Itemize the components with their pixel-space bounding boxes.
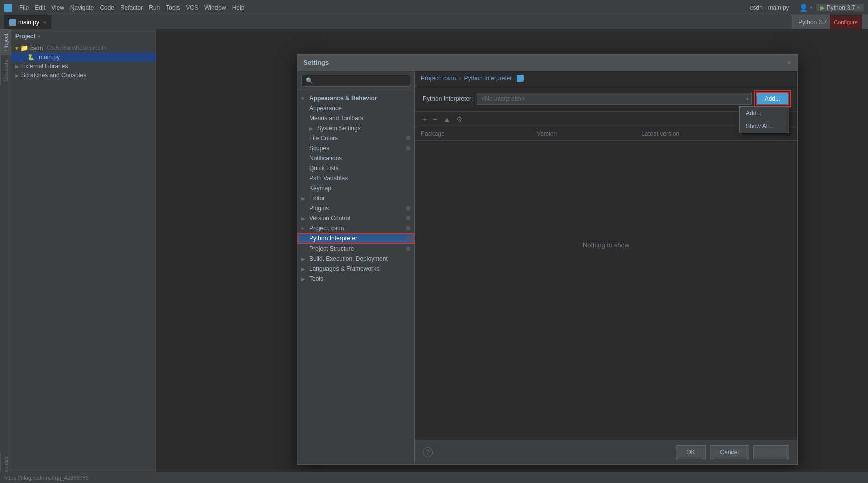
add-interpreter-button[interactable]: Add...	[756, 92, 789, 105]
breadcrumb-part1: Project: csdn	[421, 75, 456, 82]
sidebar-dropdown-icon[interactable]: ▾	[38, 34, 40, 39]
remove-package-button[interactable]: −	[431, 115, 439, 124]
stree-label: Tools	[309, 275, 323, 282]
col-version: Version	[531, 127, 635, 141]
stree-label: Python Interpreter	[309, 235, 357, 242]
tree-main-py-label: main.py	[39, 54, 60, 61]
menu-help[interactable]: Help	[229, 0, 248, 15]
interpreter-label: Python Interpreter:	[423, 95, 473, 102]
left-tab-spacer	[0, 86, 11, 452]
menu-run[interactable]: Run	[146, 0, 163, 15]
python-version-badge[interactable]: Python 3.7 Configure	[792, 15, 868, 29]
left-tab-structure[interactable]: Structure	[0, 55, 11, 86]
menu-navigate[interactable]: Navigate	[67, 0, 97, 15]
interpreter-select[interactable]: <No interpreter>	[477, 93, 751, 105]
dialog-title: Settings	[303, 59, 329, 66]
stree-build-execution[interactable]: ▶ Build, Execution, Deployment	[297, 254, 414, 264]
settings-dialog: Settings × ▾ Appearance & Behavior	[297, 54, 798, 465]
settings-package-button[interactable]: ⚙	[454, 115, 465, 124]
menu-code[interactable]: Code	[97, 0, 117, 15]
stree-notifications[interactable]: Notifications	[297, 153, 414, 163]
folder-icon: 📁	[20, 44, 28, 52]
stree-label: Plugins	[309, 205, 329, 212]
stree-label: Notifications	[309, 155, 342, 162]
menu-file[interactable]: File	[16, 0, 32, 15]
menu-edit[interactable]: Edit	[32, 0, 48, 15]
stree-label: Menus and Toolbars	[309, 115, 363, 122]
stree-version-control[interactable]: ▶ Version Control	[297, 213, 414, 223]
settings-search-input[interactable]	[301, 75, 410, 87]
run-button-area[interactable]: ▶ Python 3.7 ▾	[816, 4, 864, 11]
upgrade-package-button[interactable]: ▲	[441, 115, 452, 124]
tree-item-main-py[interactable]: 🐍 main.py	[11, 53, 156, 62]
dialog-footer: ? OK Cancel Apply	[415, 440, 797, 464]
stree-label: Languages & Frameworks	[309, 265, 379, 272]
menu-view[interactable]: View	[48, 0, 67, 15]
stree-plugins[interactable]: ▶ Plugins	[297, 203, 414, 213]
menu-tools[interactable]: Tools	[163, 0, 183, 15]
stree-label: File Colors	[309, 135, 338, 142]
stree-project-csdn[interactable]: ▾ Project: csdn	[297, 223, 414, 233]
tree-scratches[interactable]: ▶ Scratches and Consoles	[11, 71, 156, 80]
tab-label: main.py	[18, 19, 39, 26]
dialog-close-button[interactable]: ×	[787, 59, 791, 67]
tree-item-csdn[interactable]: ▾ 📁 csdn C:\Users\lan\Desktop\csdn	[11, 43, 156, 53]
stree-badge	[406, 146, 410, 150]
stree-expand-icon: ▶	[301, 216, 307, 221]
stree-label: Quick Lists	[309, 165, 339, 172]
tab-main-py[interactable]: main.py ×	[4, 15, 51, 29]
stree-python-interpreter[interactable]: Python Interpreter	[297, 233, 414, 244]
stree-expand-icon: ▶	[301, 266, 307, 272]
dropdown-show-all-item[interactable]: Show All...	[740, 120, 789, 133]
stree-languages-frameworks[interactable]: ▶ Languages & Frameworks	[297, 264, 414, 274]
settings-left-panel: ▾ Appearance & Behavior Appearance Menus…	[297, 71, 415, 464]
help-button[interactable]: ?	[423, 447, 433, 457]
settings-tree: ▾ Appearance & Behavior Appearance Menus…	[297, 91, 414, 464]
stree-file-colors[interactable]: File Colors	[297, 133, 414, 143]
tree-external-libraries[interactable]: ▶ External Libraries	[11, 62, 156, 71]
editor-area[interactable]: Settings × ▾ Appearance & Behavior	[156, 29, 868, 483]
stree-path-variables[interactable]: Path Variables	[297, 173, 414, 183]
stree-project-structure[interactable]: Project Structure	[297, 244, 414, 254]
stree-badge	[406, 236, 410, 240]
stree-label: Project: csdn	[309, 225, 344, 232]
menu-bar: File Edit View Navigate Code Refactor Ru…	[0, 0, 868, 15]
stree-editor[interactable]: ▶ Editor	[297, 193, 414, 203]
breadcrumb-edit-icon[interactable]	[517, 75, 524, 82]
tree-root-label: csdn	[30, 45, 43, 52]
stree-keymap[interactable]: ▶ Keymap	[297, 183, 414, 193]
apply-button[interactable]: Apply	[753, 445, 789, 459]
python-version-label: Python 3.7	[798, 19, 827, 26]
stree-label: System Settings	[317, 125, 361, 132]
sidebar-project-label: Project	[15, 33, 36, 40]
python-file-icon-tree: 🐍	[27, 54, 35, 61]
left-tab-project[interactable]: Project	[0, 29, 11, 55]
interpreter-select-wrap: <No interpreter> ▾	[477, 93, 751, 105]
configure-link[interactable]: Configure	[830, 15, 862, 29]
ok-button[interactable]: OK	[676, 445, 705, 459]
tab-close-icon[interactable]: ×	[43, 19, 46, 25]
stree-badge	[406, 216, 410, 220]
stree-menus-toolbars[interactable]: Menus and Toolbars	[297, 113, 414, 123]
user-icon-area[interactable]: 👤 ▾	[795, 4, 816, 12]
tree-scratches-arrow: ▶	[15, 73, 19, 78]
stree-badge	[406, 136, 410, 140]
cancel-button[interactable]: Cancel	[710, 445, 749, 459]
menu-refactor[interactable]: Refactor	[117, 0, 146, 15]
menu-window[interactable]: Window	[201, 0, 229, 15]
stree-appearance[interactable]: Appearance	[297, 103, 414, 113]
stree-scopes[interactable]: Scopes	[297, 143, 414, 153]
stree-appearance-behavior[interactable]: ▾ Appearance & Behavior	[297, 93, 414, 103]
stree-expand-icon: ▶	[301, 196, 307, 201]
stree-tools[interactable]: ▶ Tools	[297, 274, 414, 284]
stree-quick-lists[interactable]: Quick Lists	[297, 163, 414, 173]
stree-label: Build, Execution, Deployment	[309, 255, 388, 262]
dropdown-add-item[interactable]: Add...	[740, 107, 789, 120]
add-package-button[interactable]: +	[421, 115, 429, 124]
stree-badge	[406, 226, 410, 230]
menu-vcs[interactable]: VCS	[183, 0, 201, 15]
stree-label: Project Structure	[309, 245, 354, 252]
col-package: Package	[415, 127, 531, 141]
stree-expand-icon: ▾	[301, 226, 307, 231]
stree-system-settings[interactable]: ▶ System Settings	[297, 123, 414, 133]
